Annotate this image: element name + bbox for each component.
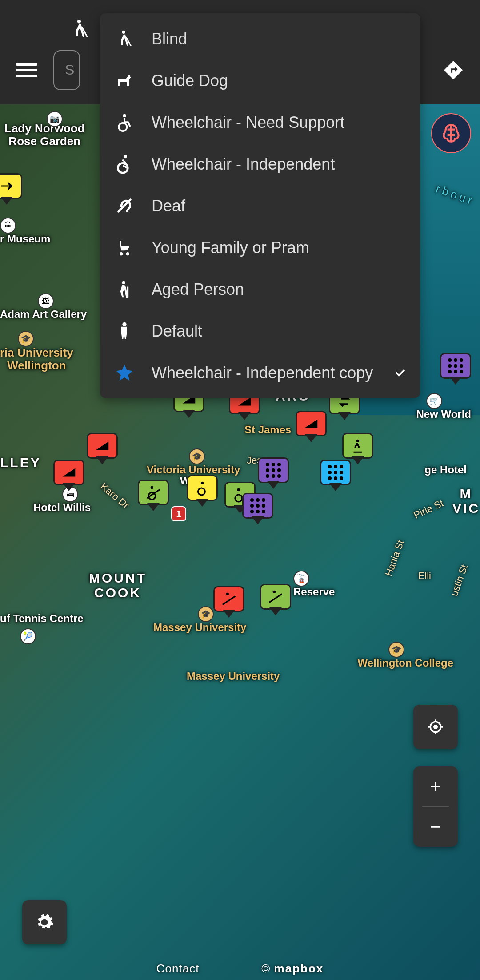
star-icon	[113, 361, 136, 384]
svg-point-6	[123, 114, 126, 117]
map-label-ge-hotel: ge Hotel	[424, 464, 467, 476]
dropdown-label: Deaf	[152, 196, 407, 216]
dropdown-label: Young Family or Pram	[152, 238, 407, 258]
locate-button[interactable]	[413, 705, 458, 749]
ai-assistant-button[interactable]	[431, 113, 471, 153]
map-label-adam-art: Adam Art Gallery	[0, 309, 87, 320]
settings-button[interactable]	[22, 900, 67, 944]
map-pin-walk-green[interactable]	[342, 433, 373, 459]
svg-point-11	[126, 252, 129, 255]
svg-point-14	[122, 322, 126, 326]
map-attribution: Contact © mapbox	[0, 962, 480, 976]
dropdown-item-deaf[interactable]: Deaf	[100, 185, 420, 226]
svg-rect-2	[16, 69, 37, 71]
map-label-rose-garden: Lady Norwood Rose Garden	[4, 122, 85, 147]
map-pin-directions-yellow[interactable]	[0, 173, 22, 199]
map-label-hania-st: Hania St	[383, 539, 406, 578]
map-label-karo-dr: Karo Dr	[98, 481, 131, 511]
svg-point-23	[273, 591, 276, 593]
deaf-icon	[113, 194, 136, 217]
dropdown-item-pram[interactable]: Young Family or Pram	[100, 226, 420, 268]
poi-university-icon-2[interactable]: 🎓	[189, 448, 205, 464]
check-icon	[393, 366, 407, 379]
directions-button[interactable]	[440, 57, 467, 83]
map-pin-wheelchair-green-1[interactable]	[138, 480, 169, 505]
map-label-pirie-st: Pirie St	[412, 498, 445, 521]
search-input[interactable]: S	[53, 50, 80, 90]
svg-point-16	[151, 486, 153, 489]
pram-icon	[113, 236, 136, 258]
wheelchair-active-icon	[113, 153, 136, 175]
map-label-victoria-uni-wlg: ria University Wellington	[0, 346, 73, 372]
svg-point-19	[198, 488, 205, 495]
svg-point-5	[128, 75, 130, 76]
dropdown-label: Wheelchair - Need Support	[152, 112, 407, 132]
svg-point-10	[120, 252, 123, 255]
dropdown-item-custom-wheelchair-copy[interactable]: Wheelchair - Independent copy	[100, 352, 420, 393]
zoom-out-button[interactable]: −	[413, 807, 458, 847]
dropdown-item-wheelchair-support[interactable]: Wheelchair - Need Support	[100, 101, 420, 143]
dropdown-label: Default	[152, 321, 407, 341]
map-pin-ramp-red-3[interactable]	[87, 433, 118, 459]
svg-point-18	[201, 482, 204, 484]
svg-rect-1	[16, 63, 37, 66]
map-pin-wheelchair-yellow[interactable]	[187, 475, 218, 501]
zoom-in-button[interactable]: +	[413, 766, 458, 806]
dropdown-item-blind[interactable]: Blind	[100, 18, 420, 60]
svg-point-8	[124, 155, 127, 158]
poi-gallery-icon[interactable]: 🖼	[38, 293, 54, 309]
map-label-museum: r Museum	[0, 233, 50, 245]
svg-point-15	[356, 440, 359, 442]
map-pin-ramp-red-2[interactable]	[296, 411, 327, 436]
svg-point-20	[237, 488, 240, 491]
map-pin-braille-purple-3[interactable]	[242, 493, 273, 519]
map-pin-braille-purple-2[interactable]	[258, 457, 289, 483]
blind-cane-icon	[113, 28, 136, 50]
dropdown-item-wheelchair-independent[interactable]: Wheelchair - Independent	[100, 143, 420, 185]
map-pin-wheelchair-red[interactable]	[213, 586, 244, 612]
svg-point-4	[122, 31, 125, 34]
map-pin-wheelchair-green-3[interactable]	[260, 584, 291, 610]
svg-point-7	[119, 123, 127, 131]
svg-point-22	[226, 593, 229, 595]
map-label-st-james: St James	[244, 424, 291, 436]
map-pin-braille-purple-1[interactable]	[440, 353, 471, 379]
map-pin-braille-blue[interactable]	[320, 460, 351, 485]
map-label-mount-cook: MOUNT COOK	[89, 571, 147, 600]
poi-college-icon[interactable]: 🎓	[388, 642, 404, 658]
menu-button[interactable]	[13, 57, 40, 83]
map-label-wellington-college: Wellington College	[357, 657, 453, 669]
search-placeholder: S	[65, 62, 74, 78]
zoom-controls: + −	[413, 766, 458, 847]
dropdown-label: Wheelchair - Independent copy	[152, 363, 377, 383]
poi-camera-icon[interactable]: 📷	[47, 111, 63, 127]
poi-massey-icon[interactable]: 🎓	[198, 606, 214, 622]
poi-university-icon[interactable]: 🎓	[18, 331, 34, 347]
dropdown-label: Guide Dog	[152, 71, 407, 91]
poi-tennis-icon[interactable]: 🎾	[20, 628, 36, 644]
dropdown-item-guide-dog[interactable]: Guide Dog	[100, 60, 420, 101]
map-pin-ramp-red-4[interactable]	[53, 460, 84, 485]
person-icon	[113, 320, 136, 342]
guide-dog-icon	[113, 69, 136, 91]
poi-museum-icon[interactable]: 🏛	[0, 218, 16, 234]
map-label-hotel-willis: Hotel Willis	[33, 502, 91, 513]
map-label-m-vic: M VIC	[452, 486, 480, 516]
svg-point-12	[122, 281, 125, 284]
dropdown-label: Aged Person	[152, 279, 407, 299]
aged-person-icon	[113, 278, 136, 300]
dropdown-item-default[interactable]: Default	[100, 310, 420, 352]
dropdown-label: Blind	[152, 29, 407, 49]
map-label-reserve: Reserve	[293, 586, 335, 598]
svg-rect-13	[127, 287, 129, 298]
map-label-tennis-centre: uf Tennis Centre	[0, 613, 84, 624]
wheelchair-icon	[113, 111, 136, 133]
map-label-victoria-uni: Victoria University	[147, 464, 240, 476]
poi-reserve-icon[interactable]: 🚡	[293, 571, 309, 587]
svg-rect-3	[16, 75, 37, 77]
svg-point-21	[235, 495, 242, 502]
map-label-massey-uni: Massey University	[153, 622, 246, 633]
poi-shop-icon[interactable]: 🛒	[426, 393, 442, 409]
map-label-austin-st: ustin St	[448, 563, 470, 597]
dropdown-item-aged[interactable]: Aged Person	[100, 268, 420, 310]
